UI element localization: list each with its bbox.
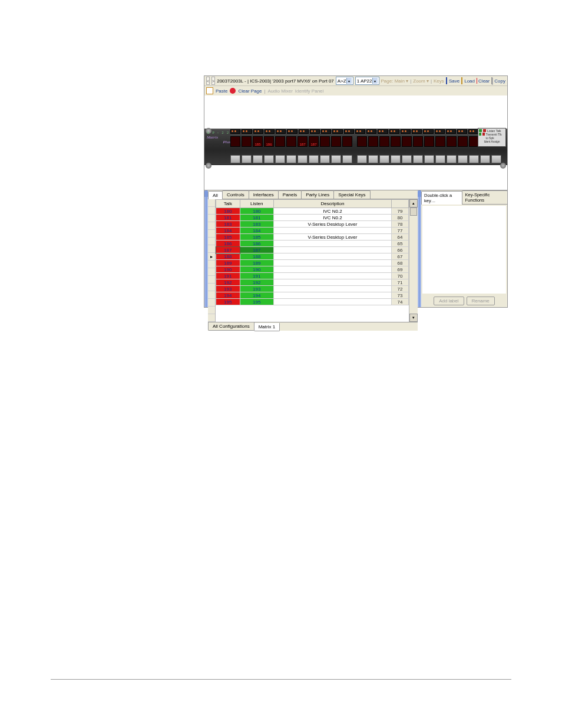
- row-header[interactable]: [208, 314, 215, 322]
- table-row[interactable]: 18718766: [216, 247, 409, 253]
- row-header[interactable]: [208, 299, 215, 307]
- panel-key[interactable]: [402, 155, 412, 163]
- copy-button[interactable]: Copy: [494, 78, 505, 84]
- listen-cell[interactable]: 186: [240, 241, 273, 247]
- listen-cell[interactable]: 195: [240, 299, 273, 305]
- panel-key[interactable]: [435, 155, 445, 163]
- vertical-scrollbar[interactable]: ▴ ▾: [409, 199, 418, 322]
- talk-cell[interactable]: 188: [216, 253, 240, 260]
- panel-key[interactable]: [458, 155, 468, 163]
- display-slot[interactable]: 185: [253, 136, 263, 147]
- talk-cell[interactable]: 186: [216, 241, 240, 247]
- desc-cell[interactable]: [273, 286, 391, 292]
- listen-cell[interactable]: 191: [240, 273, 273, 279]
- table-row[interactable]: 185185V-Series Desktop Lever64: [216, 234, 409, 241]
- display-slot[interactable]: 187: [309, 136, 319, 147]
- table-row[interactable]: 181181IVC N0.280: [216, 215, 409, 221]
- table-row[interactable]: 19519574: [216, 299, 409, 305]
- keys-button[interactable]: Keys: [434, 78, 444, 84]
- panel-key[interactable]: [309, 155, 319, 163]
- talk-cell[interactable]: 187: [216, 247, 240, 253]
- display-slot[interactable]: [424, 136, 434, 147]
- talk-cell[interactable]: 194: [216, 292, 240, 299]
- panel-key[interactable]: [320, 155, 330, 163]
- panel-key[interactable]: [297, 155, 308, 163]
- panel-key[interactable]: [368, 155, 378, 163]
- talk-cell[interactable]: 181: [216, 215, 240, 221]
- table-row[interactable]: 19419473: [216, 292, 409, 299]
- col-number[interactable]: [392, 200, 409, 208]
- display-slot[interactable]: [413, 136, 423, 147]
- desc-cell[interactable]: [273, 260, 391, 266]
- table-row[interactable]: 18818867: [216, 253, 409, 260]
- row-header[interactable]: [208, 245, 215, 253]
- row-header[interactable]: [208, 261, 215, 268]
- display-slot[interactable]: [320, 136, 330, 147]
- display-slot[interactable]: [379, 136, 389, 147]
- table-row[interactable]: 183183V-Series Desktop Lever78: [216, 221, 409, 228]
- panel-key[interactable]: [469, 155, 479, 163]
- listen-cell[interactable]: 185: [240, 234, 273, 241]
- row-header[interactable]: [208, 268, 215, 276]
- save-button[interactable]: Save: [449, 78, 459, 84]
- panel-key[interactable]: [413, 155, 423, 163]
- panel-key[interactable]: [357, 155, 367, 163]
- panel-key[interactable]: [253, 155, 263, 163]
- display-slot[interactable]: [275, 136, 285, 147]
- row-header[interactable]: [208, 222, 215, 230]
- scroll-up-button[interactable]: ▴: [409, 199, 418, 207]
- col-listen[interactable]: Listen: [240, 200, 273, 208]
- panel-key[interactable]: [275, 155, 285, 163]
- display-slot[interactable]: [242, 136, 252, 147]
- display-slot[interactable]: [435, 136, 445, 147]
- desc-cell[interactable]: [273, 299, 391, 305]
- row-header[interactable]: [208, 307, 215, 314]
- display-slot[interactable]: 187: [297, 136, 308, 147]
- config-tab[interactable]: Matrix 1: [254, 323, 280, 331]
- table-row[interactable]: 19319372: [216, 286, 409, 292]
- display-slot[interactable]: 186: [264, 136, 274, 147]
- desc-cell[interactable]: [273, 253, 391, 260]
- panel-key[interactable]: [480, 155, 490, 163]
- page-selector[interactable]: Page: Main ▾: [381, 78, 409, 84]
- listen-cell[interactable]: 188: [240, 253, 273, 260]
- display-slot[interactable]: [402, 136, 412, 147]
- desc-cell[interactable]: [273, 228, 391, 234]
- display-slot[interactable]: [447, 136, 457, 147]
- talk-cell[interactable]: 191: [216, 273, 240, 279]
- desc-cell[interactable]: [273, 279, 391, 286]
- panel-key[interactable]: [447, 155, 457, 163]
- display-slot[interactable]: [230, 136, 240, 147]
- scroll-down-button[interactable]: ▾: [409, 314, 418, 322]
- listen-cell[interactable]: 192: [240, 279, 273, 286]
- table-row[interactable]: 19219271: [216, 279, 409, 286]
- desc-cell[interactable]: [273, 273, 391, 279]
- table-row[interactable]: 18618665: [216, 241, 409, 247]
- rename-button[interactable]: Rename: [467, 297, 495, 305]
- talk-cell[interactable]: 184: [216, 228, 240, 234]
- desc-cell[interactable]: [273, 241, 391, 247]
- table-row[interactable]: 19019069: [216, 266, 409, 273]
- table-row[interactable]: 18418477: [216, 228, 409, 234]
- listen-cell[interactable]: 184: [240, 228, 273, 234]
- talk-cell[interactable]: 183: [216, 221, 240, 228]
- zoom-selector[interactable]: Zoom ▾: [413, 78, 429, 84]
- desc-cell[interactable]: [273, 247, 391, 253]
- talk-cell[interactable]: 192: [216, 279, 240, 286]
- category-tab[interactable]: Panels: [278, 190, 302, 199]
- row-header[interactable]: [208, 215, 215, 222]
- listen-cell[interactable]: 180: [240, 208, 273, 215]
- table-row[interactable]: 19119170: [216, 273, 409, 279]
- splitter-right[interactable]: [418, 190, 421, 307]
- talk-cell[interactable]: 195: [216, 299, 240, 305]
- desc-cell[interactable]: [273, 292, 391, 299]
- listen-cell[interactable]: 181: [240, 215, 273, 221]
- table-row[interactable]: 180180IVC N0.279: [216, 208, 409, 215]
- listen-cell[interactable]: 193: [240, 286, 273, 292]
- panel-key[interactable]: [342, 155, 352, 163]
- sort-dropdown[interactable]: A>Z▾: [336, 77, 353, 85]
- nav-forward-button[interactable]: >: [211, 77, 215, 85]
- display-slot[interactable]: [286, 136, 296, 147]
- clear-button[interactable]: Clear: [478, 78, 490, 84]
- listen-cell[interactable]: 190: [240, 266, 273, 273]
